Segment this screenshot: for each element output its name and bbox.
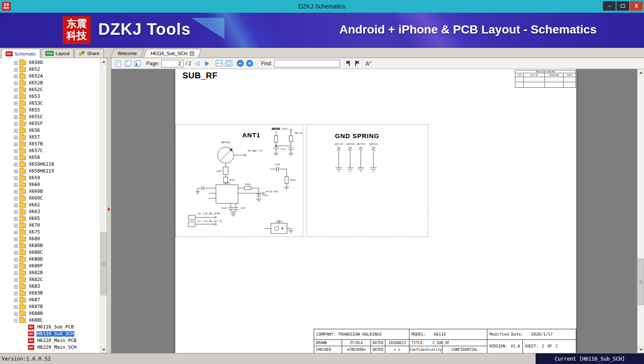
expand-icon[interactable]: + [14,108,18,112]
sidebar-folder-x660[interactable]: +X660 [0,181,100,188]
find-input[interactable] [274,60,340,67]
expand-icon[interactable]: + [14,169,18,173]
sidebar-folder-x675[interactable]: +X675 [0,229,100,236]
sidebar-folder-x660c[interactable]: +X660C [0,195,100,202]
sidebar-folder-x652c[interactable]: +X652C [0,86,100,93]
tab-share[interactable]: Share [75,49,103,58]
close-button[interactable]: X [630,1,643,11]
previous-page-icon[interactable] [193,60,201,67]
sidebar-folder-x658h6218[interactable]: +X658H6218 [0,161,100,168]
find-next-icon[interactable] [354,60,361,67]
font-size-icon[interactable]: Aa [365,60,371,67]
expand-icon[interactable]: + [14,237,18,241]
expand-icon[interactable]: + [14,176,18,180]
expand-icon[interactable]: + [14,75,18,78]
doc-tab-welcome[interactable]: Welcome [111,49,144,58]
find-previous-icon[interactable] [344,60,351,67]
sidebar-folder-x682b[interactable]: +X682B [0,270,100,276]
sidebar-folder-x680c[interactable]: +X680C [0,249,100,256]
scroll-up-icon[interactable] [100,58,107,65]
sidebar-folder-x656[interactable]: +X656 [0,127,100,134]
viewer-scrollbar[interactable] [637,69,644,353]
sidebar-folder-x670[interactable]: +X670 [0,222,100,229]
expand-icon[interactable]: + [14,122,18,126]
tab-close-icon[interactable]: x [190,51,194,56]
sidebar-splitter[interactable] [107,58,111,353]
expand-icon[interactable]: + [14,142,18,146]
expand-icon[interactable]: + [14,210,18,214]
viewer-scrollbar-thumb[interactable] [638,258,644,305]
expand-icon[interactable]: + [14,149,18,153]
sidebar-folder-x655f[interactable]: +X655F [0,120,100,127]
expand-icon[interactable]: + [14,190,18,194]
fit-page-icon[interactable] [225,60,233,67]
expand-icon[interactable]: + [14,95,18,99]
sidebar-folder-x658h6219[interactable]: +X658H6219 [0,168,100,175]
expand-icon[interactable]: + [14,264,18,268]
zoom-out-icon[interactable]: − [237,60,244,67]
expand-icon[interactable]: + [14,312,18,316]
expand-icon[interactable]: + [14,163,18,167]
expand-icon[interactable]: + [14,231,18,234]
expand-icon[interactable]: + [14,156,18,160]
sidebar-folder-x683b[interactable]: +X683B [0,290,100,297]
sidebar-scrollbar[interactable] [100,58,107,353]
viewer-scroll-down-icon[interactable] [638,346,644,353]
sidebar-folder-x659[interactable]: +X659 [0,175,100,181]
expand-icon[interactable]: + [14,217,18,221]
sidebar-folder-x652a[interactable]: +X652A [0,73,100,80]
sidebar-folder-x657c[interactable]: +X657C [0,147,100,154]
expand-icon[interactable]: + [14,298,18,302]
expand-icon[interactable]: + [14,224,18,228]
expand-icon[interactable]: + [14,285,18,289]
tab-schematic[interactable]: PDF Schematic [1,49,40,58]
expand-icon[interactable]: + [14,203,18,207]
sidebar-folder-x680d[interactable]: +X680D [0,256,100,263]
expand-icon[interactable]: + [14,115,18,119]
expand-icon[interactable]: + [14,61,18,65]
maximize-button[interactable] [616,1,629,11]
expand-icon[interactable]: − [14,319,18,322]
sidebar-folder-x658[interactable]: +X658 [0,154,100,161]
expand-icon[interactable]: + [14,292,18,295]
sidebar-folder-x680[interactable]: +X680 [0,236,100,242]
splitter-collapse-arrow-icon[interactable] [108,207,111,211]
sidebar-folder-x682c[interactable]: +X682C [0,276,100,283]
sidebar-folder-x655[interactable]: +X655 [0,107,100,114]
expand-icon[interactable]: + [14,183,18,187]
expand-icon[interactable]: + [14,278,18,282]
sidebar-folder-x665[interactable]: +X665 [0,215,100,222]
sidebar-folder-x653c[interactable]: +X653C [0,100,100,107]
sidebar-file-h6220_main_sch[interactable]: PDFH6220_Main_SCH [0,344,100,351]
expand-icon[interactable]: + [14,197,18,200]
sidebar-folder-x687b[interactable]: +X687B [0,303,100,310]
sidebar-file-h6220_main_pcb[interactable]: PDFH6220_Main_PCB [0,337,100,344]
fit-width-icon[interactable] [216,60,223,67]
minimize-button[interactable]: – [603,1,616,11]
doc-tab-h6116-sub-sch[interactable]: H6116_Sub_SCH x [144,49,202,58]
expand-icon[interactable]: + [14,136,18,139]
expand-icon[interactable]: + [14,88,18,92]
sidebar-file-h6116_sub_pcb[interactable]: PDFH6116_Sub_PCB [0,324,100,331]
sidebar-folder-x657b[interactable]: +X657B [0,141,100,147]
zoom-in-icon[interactable]: + [246,60,253,67]
sidebar-file-h6116_sub_sch[interactable]: PDFH6116_Sub_SCH [0,331,100,337]
expand-icon[interactable]: + [14,81,18,85]
expand-icon[interactable]: + [14,251,18,255]
copy-page-icon[interactable] [124,60,132,67]
sidebar-folder-x653[interactable]: +X653 [0,93,100,100]
snapshot-icon[interactable] [134,60,141,67]
expand-icon[interactable]: + [14,102,18,106]
sidebar-folder-x662[interactable]: +X662 [0,202,100,208]
expand-icon[interactable]: + [14,68,18,72]
sidebar-folder-x680f[interactable]: +X680F [0,263,100,270]
page-number-input[interactable] [161,60,183,67]
sidebar-folder-x652[interactable]: +X652 [0,66,100,73]
tab-layout[interactable]: PADS Layout [41,49,74,58]
sidebar-folder-x663[interactable]: +X663 [0,208,100,215]
sidebar-folder-x688b[interactable]: +X688B [0,310,100,317]
scroll-down-icon[interactable] [100,346,107,353]
expand-icon[interactable]: + [14,271,18,275]
sidebar-folder-x683[interactable]: +X683 [0,283,100,290]
sidebar-folder-x655c[interactable]: +X655C [0,114,100,120]
